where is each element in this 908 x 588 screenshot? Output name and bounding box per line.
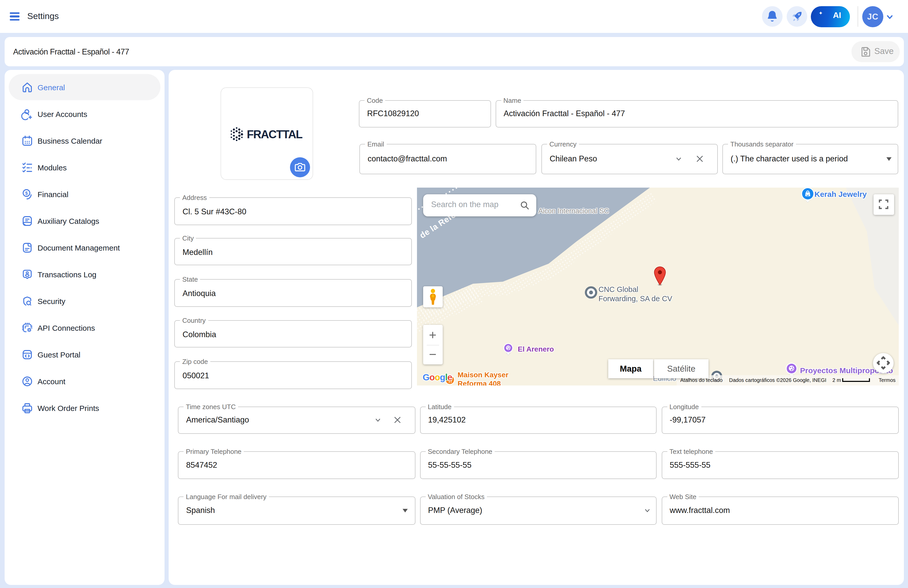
svg-text:$: $ xyxy=(25,191,28,196)
svg-text:FRACTTAL: FRACTTAL xyxy=(246,128,302,141)
